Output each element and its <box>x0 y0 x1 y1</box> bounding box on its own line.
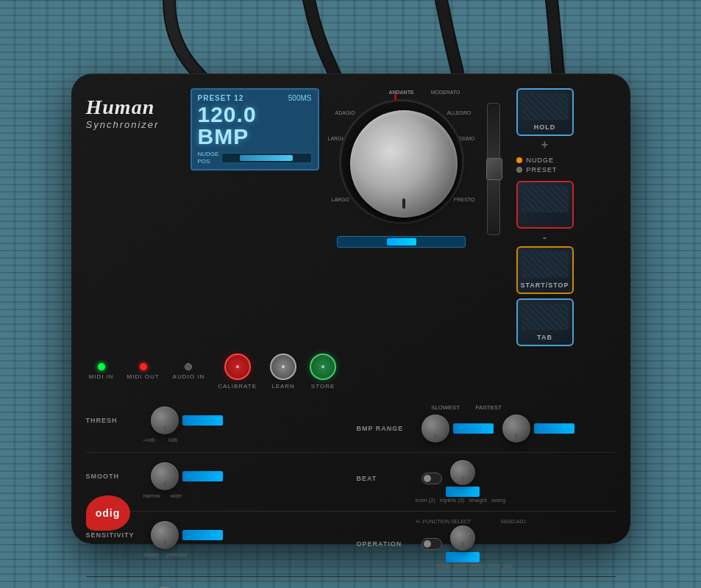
lcd-bar-fill <box>240 155 293 161</box>
thresh-knob-bar <box>151 406 223 434</box>
tempo-knob-indicator <box>402 198 405 209</box>
sensitivity-sublabels: sloppy prescise <box>86 551 345 558</box>
thresh-min: -∞db <box>143 437 155 443</box>
smooth-min: narrow <box>143 492 160 499</box>
calibrate-button[interactable] <box>224 354 251 380</box>
bmp-fastest: FASTEST <box>476 404 502 411</box>
store-button[interactable] <box>310 354 336 380</box>
midi-in-light <box>98 363 105 370</box>
odig-logo: odig <box>86 495 130 531</box>
sensitivity-knob-bar <box>151 521 223 549</box>
hold-label: HOLD <box>534 123 556 131</box>
lcd-display: PRESET 12 500MS 120.0 BMP NUDGEPOS <box>191 88 319 171</box>
tempo-indicator-strip <box>337 236 466 248</box>
audio-in-light <box>185 363 192 370</box>
lcd-nudge-label: NUDGEPOS <box>198 151 219 165</box>
audio-in-label: AUDIO IN <box>173 373 205 380</box>
lcd-ms: 500MS <box>288 94 312 102</box>
bmp-knob2-bar <box>502 415 574 442</box>
calibrate-group: CALIBRATE <box>218 354 257 390</box>
pad-button-2[interactable] <box>516 181 574 229</box>
midi-out-indicator: MIDI OUT <box>127 363 160 380</box>
beat-triplets: triplets (3) <box>440 497 464 503</box>
odig-text: odig <box>96 507 121 519</box>
tab-button[interactable]: TAB <box>516 298 574 346</box>
beat-straight-bar <box>446 487 480 497</box>
smooth-label: SMOOTH <box>86 473 145 480</box>
nudge-label: NUDGE <box>527 157 555 164</box>
preset-dot <box>516 167 522 173</box>
lcd-bpm: 120.0 BMP <box>198 104 312 148</box>
smooth-max: wide <box>170 492 181 499</box>
learn-dot <box>282 365 285 368</box>
operation-headers: +/- FUNCTION SELECT SEND ADJ. <box>357 519 616 524</box>
slider-handle[interactable] <box>486 158 502 180</box>
smooth-knob[interactable] <box>151 462 179 490</box>
bmp-slowest-knob[interactable] <box>421 415 449 442</box>
tempo-label-largo: LARGO <box>332 197 350 202</box>
func-select-label: +/- FUNCTION SELECT <box>416 519 497 524</box>
operation-knob-group <box>446 526 480 562</box>
odig-background: odig <box>86 495 130 531</box>
beat-options <box>421 460 480 497</box>
vertical-slider-container <box>484 103 503 235</box>
operation-controls <box>421 526 480 562</box>
bmp-fastest-knob[interactable] <box>502 415 530 442</box>
midi-out-label: MIDI OUT <box>127 373 160 380</box>
nudge-dot <box>516 157 522 163</box>
separator-2 <box>86 452 616 453</box>
thresh-control: THRESH -∞db 0db <box>86 404 345 445</box>
click-volume-control: CLICK MODE off count-off on VOLUME <box>357 584 616 588</box>
tempo-label-moderato: MODERATO <box>431 90 460 95</box>
beat-straight-group <box>446 460 480 497</box>
bmp-range-row: BMP RANGE <box>357 412 616 445</box>
bmp-fastest-bar <box>534 423 574 434</box>
calibrate-dot <box>236 365 239 368</box>
beat-row: BEAT <box>357 460 616 497</box>
indicators-group: MIDI IN MIDI OUT AUDIO IN CALIBRATE <box>89 354 337 390</box>
tempo-ring <box>339 99 464 224</box>
minus-sign: - <box>543 232 547 243</box>
beat-straight-knob[interactable] <box>450 460 475 485</box>
operation-knob[interactable] <box>450 526 475 551</box>
tempo-label-adagio: ADAGIO <box>335 110 355 115</box>
bmp-range-headers: SLOWEST FASTEST <box>357 404 616 411</box>
bmp-range-label: BMP RANGE <box>357 425 416 432</box>
audio-in-indicator: AUDIO IN <box>173 363 205 380</box>
operation-toggle[interactable] <box>421 538 442 550</box>
store-group: STORE <box>310 354 336 390</box>
slide-back-control: SLIDE BACK off fast <box>86 584 345 588</box>
send-adj-label: SEND ADJ. <box>501 519 527 524</box>
indicators-row: MIDI IN MIDI OUT AUDIO IN CALIBRATE <box>86 354 616 390</box>
sensitivity-knob[interactable] <box>151 521 179 549</box>
store-label: STORE <box>311 383 335 390</box>
operation-control: +/- FUNCTION SELECT SEND ADJ. OPERATION … <box>357 519 616 569</box>
vertical-slider[interactable] <box>487 103 500 235</box>
learn-group: LEARN <box>270 354 296 390</box>
volume-group: VOLUME -∞db 0db <box>449 584 521 588</box>
controls-area: THRESH -∞db 0db SLOWEST FASTEST BMP RANG… <box>86 404 616 588</box>
calibrate-label: CALIBRATE <box>218 383 257 390</box>
hold-button[interactable]: HOLD <box>516 88 574 136</box>
lcd-preset: PRESET 12 <box>198 94 244 102</box>
logo-synchronizer: Synchronizer <box>86 119 182 130</box>
tempo-knob[interactable] <box>350 110 458 218</box>
store-dot <box>321 365 324 368</box>
click-mode-row: CLICK MODE <box>357 584 444 588</box>
learn-button[interactable] <box>270 354 296 380</box>
indicator-lit <box>387 238 416 245</box>
tempo-label-presto: PRESTO <box>454 197 475 202</box>
separator-3 <box>86 511 616 512</box>
smooth-knob-bar <box>151 462 223 490</box>
thresh-knob[interactable] <box>151 406 179 434</box>
op-early: early <box>488 562 500 569</box>
beat-sublabels: even (2) triplets (3) straight swing <box>357 497 616 503</box>
beat-toggle[interactable] <box>421 473 442 484</box>
slide-back-row: SLIDE BACK <box>86 584 345 588</box>
thresh-max: 0db <box>168 437 178 443</box>
click-volume-row: CLICK MODE off count-off on VOLUME <box>357 584 616 588</box>
start-stop-button[interactable]: START/STOP <box>516 246 574 294</box>
tempo-knob-container: ANDANTE MODERATO ADAGIO ALLEGRO LARGHETT… <box>328 88 475 232</box>
tempo-label-andante: ANDANTE <box>388 90 413 95</box>
midi-out-light <box>140 363 147 370</box>
